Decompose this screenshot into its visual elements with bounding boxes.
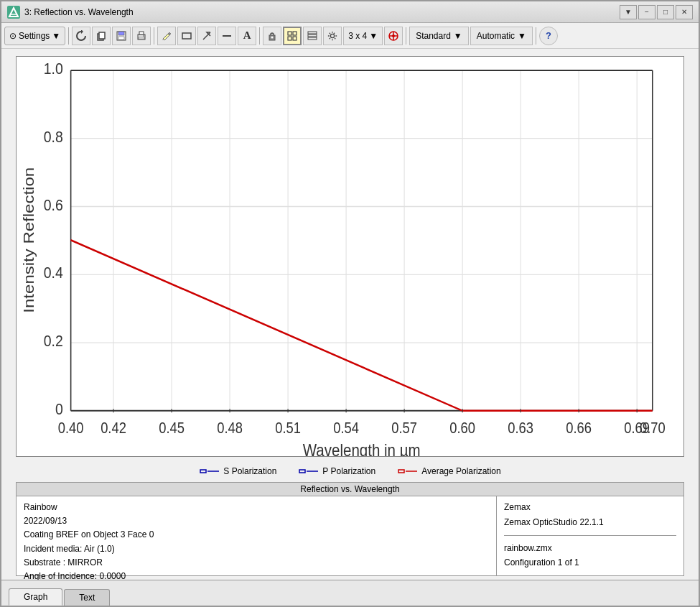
info-line-3: Coating BREF on Object 3 Face 0 [24,528,489,542]
settings2-button[interactable] [323,27,342,45]
grid-view-button[interactable] [283,27,302,45]
info-line-2: 2022/09/13 [24,514,489,528]
svg-marker-0 [9,8,18,17]
chart-svg: 1.0 0.8 0.6 0.4 0.2 0 0.40 0.42 0.45 0.4… [17,57,683,456]
svg-rect-81 [299,470,305,473]
svg-rect-22 [308,37,317,40]
info-line-4: Incident media: Air (1.0) [24,542,489,556]
info-right-config: Configuration 1 of 1 [504,556,676,570]
print-button[interactable] [132,27,151,45]
dropdown-btn[interactable]: ▼ [620,5,637,19]
copy-button[interactable] [92,27,111,45]
info-line-5: Substrate : MIRROR [24,556,489,570]
svg-rect-21 [308,34,317,37]
svg-rect-8 [139,32,144,34]
automatic-label: Automatic [477,31,515,41]
toolbar-sep-4 [406,27,406,45]
svg-rect-5 [118,32,124,35]
legend-s-label: S Polarization [223,466,276,476]
lock-button[interactable] [263,27,281,45]
settings-down-icon: ⊙ [9,31,17,41]
text-tool-button[interactable]: A [238,27,256,45]
automatic-arrow-icon: ▼ [518,31,526,41]
arrow-button[interactable] [197,27,216,45]
svg-text:0.66: 0.66 [566,420,592,437]
legend-s-polarization: S Polarization [199,466,276,476]
info-right: Zemax Zemax OpticStudio 22.1.1 rainbow.z… [497,496,683,575]
rect-button[interactable] [177,27,196,45]
toolbar-sep-3 [259,27,260,45]
svg-text:0.8: 0.8 [44,127,63,145]
toolbar-sep-5 [536,27,536,45]
info-right-product: Zemax OpticStudio 22.1.1 [504,516,676,529]
svg-rect-79 [200,470,206,473]
window-title: 3: Reflection vs. Wavelength [24,7,620,17]
info-right-file: rainbow.zmx [504,542,676,555]
info-right-company: Zemax [504,501,676,514]
svg-text:1.0: 1.0 [44,60,63,78]
main-window: 3: Reflection vs. Wavelength ▼ − □ ✕ ⊙ S… [0,0,700,607]
settings-arrow-icon: ▼ [52,31,60,41]
line-button[interactable] [218,27,236,45]
legend-avg-polarization: Average Polarization [397,466,501,476]
svg-text:0.40: 0.40 [58,420,84,437]
tab-graph[interactable]: Graph [9,588,62,606]
window-controls: ▼ − □ ✕ [620,5,693,19]
svg-text:0.51: 0.51 [275,420,301,437]
svg-rect-16 [288,32,291,35]
svg-text:Wavelength in µm: Wavelength in µm [303,441,421,456]
info-panel: Reflection vs. Wavelength Rainbow 2022/0… [16,482,684,576]
legend-p-label: P Polarization [322,466,375,476]
layout-button[interactable]: 3 x 4 ▼ [343,27,383,45]
toolbar-sep-2 [154,27,154,45]
svg-rect-83 [398,470,404,473]
svg-text:0.54: 0.54 [333,420,359,437]
info-body: Rainbow 2022/09/13 Coating BREF on Objec… [17,496,683,575]
pencil-button[interactable] [157,27,176,45]
standard-arrow-icon: ▼ [454,31,462,41]
svg-text:0.42: 0.42 [101,420,126,437]
tabs-bar: Graph Text [1,580,699,606]
standard-label: Standard [416,31,451,41]
tab-text[interactable]: Text [64,589,110,606]
circle-button[interactable] [384,27,403,45]
svg-text:0.2: 0.2 [44,332,63,350]
legend-avg-label: Average Polarization [421,466,501,476]
minimize-btn[interactable]: − [638,5,655,19]
title-bar: 3: Reflection vs. Wavelength ▼ − □ ✕ [1,1,699,23]
svg-text:0.63: 0.63 [508,420,533,437]
svg-point-10 [143,35,144,37]
refresh-button[interactable] [72,27,90,45]
automatic-dropdown[interactable]: Automatic ▼ [470,27,533,45]
chart-area: 1.0 0.8 0.6 0.4 0.2 0 0.40 0.42 0.45 0.4… [1,49,699,460]
svg-text:0.60: 0.60 [449,420,475,437]
svg-text:0.48: 0.48 [217,420,243,437]
help-button[interactable]: ? [539,27,558,45]
standard-dropdown[interactable]: Standard ▼ [409,27,469,45]
settings-label: Settings [19,31,50,41]
close-btn[interactable]: ✕ [676,5,693,19]
svg-rect-3 [99,32,105,39]
settings-button[interactable]: ⊙ Settings ▼ [4,27,65,45]
layout-arrow-icon: ▼ [369,31,378,41]
stack-button[interactable] [303,27,322,45]
help-icon: ? [546,30,551,41]
chart-container: 1.0 0.8 0.6 0.4 0.2 0 0.40 0.42 0.45 0.4… [16,56,684,457]
layout-label: 3 x 4 [348,31,367,41]
svg-rect-11 [182,33,191,39]
legend-p-polarization: P Polarization [298,466,375,476]
svg-rect-9 [139,37,144,39]
svg-text:Intensity Reflection: Intensity Reflection [20,167,37,313]
svg-text:0: 0 [55,399,63,417]
svg-text:0.70: 0.70 [640,420,666,437]
svg-text:0.57: 0.57 [391,420,417,437]
app-icon [7,6,20,19]
svg-point-15 [271,36,274,38]
svg-text:0.45: 0.45 [159,420,185,437]
svg-text:0.4: 0.4 [44,264,63,282]
legend-area: S Polarization P Polarization Average Po… [1,460,699,482]
restore-btn[interactable]: □ [657,5,674,19]
svg-rect-20 [308,32,317,34]
save-button[interactable] [112,27,131,45]
svg-point-23 [331,34,335,37]
